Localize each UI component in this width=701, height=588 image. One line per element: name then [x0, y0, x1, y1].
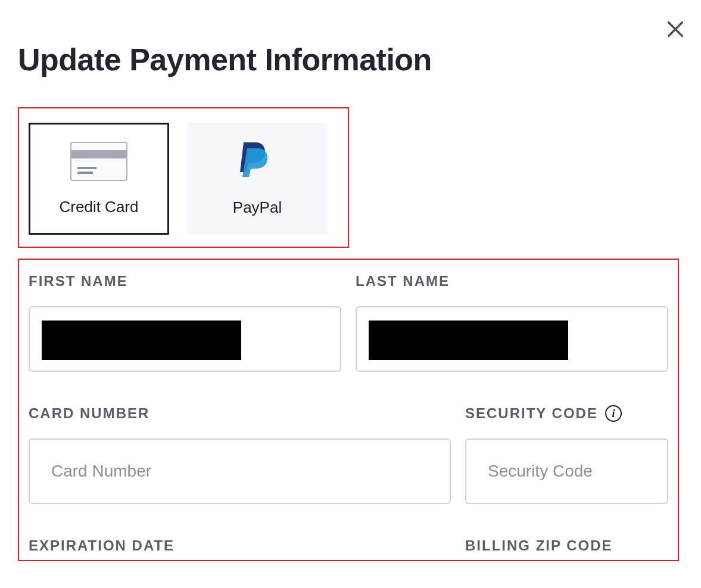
info-icon[interactable]: i: [605, 405, 622, 422]
redacted-first-name: [42, 321, 241, 360]
paypal-label: PayPal: [233, 198, 282, 217]
payment-option-paypal[interactable]: PayPal: [187, 123, 328, 235]
card-number-group: Card Number: [29, 405, 451, 504]
payment-option-credit-card[interactable]: Credit Card: [29, 123, 169, 235]
card-number-input[interactable]: [29, 438, 451, 504]
paypal-icon: [239, 141, 276, 184]
payment-method-section: Credit Card PayPal: [18, 107, 349, 248]
redacted-last-name: [369, 321, 568, 360]
last-name-group: Last Name: [356, 273, 668, 372]
last-name-label: Last Name: [356, 273, 668, 290]
security-code-input[interactable]: [465, 438, 668, 504]
card-number-label: Card Number: [29, 405, 149, 422]
credit-card-label: Credit Card: [60, 198, 139, 216]
credit-card-icon: [70, 142, 127, 181]
close-button[interactable]: [663, 17, 688, 42]
expiration-label: Expiration Date: [29, 537, 451, 554]
expiration-group: Expiration Date: [29, 537, 451, 554]
security-code-group: Security Code i: [465, 405, 668, 504]
first-name-group: First Name: [29, 273, 341, 372]
first-name-label: First Name: [29, 273, 341, 290]
modal-title: Update Payment Information: [18, 42, 683, 77]
security-code-label: Security Code: [465, 405, 598, 422]
payment-method-tabs: Credit Card PayPal: [29, 123, 338, 235]
last-name-input[interactable]: [356, 306, 668, 372]
billing-zip-label: Billing Zip Code: [465, 537, 668, 554]
first-name-input[interactable]: [29, 306, 341, 372]
payment-form-section: First Name Last Name Card Number Securit…: [18, 259, 679, 561]
billing-zip-group: Billing Zip Code: [465, 537, 668, 554]
close-icon: [665, 19, 686, 39]
